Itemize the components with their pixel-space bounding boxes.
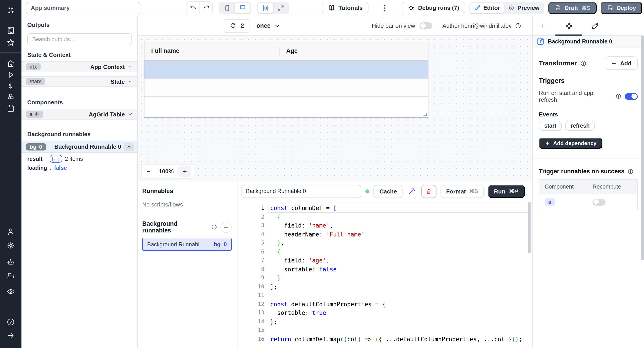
collapse-bg0-button[interactable] — [124, 143, 134, 151]
info-icon[interactable] — [515, 22, 522, 29]
settings-gear-icon[interactable] — [6, 241, 16, 250]
windmill-logo-icon[interactable] — [6, 5, 16, 15]
output-row-bg0[interactable]: bg_0 Background Runnable 0 — [22, 141, 137, 153]
component-a-chip[interactable]: a — [545, 198, 555, 206]
aggrid-header-row: Full name Age — [144, 41, 428, 61]
aggrid-row[interactable] — [144, 79, 428, 97]
home-icon[interactable] — [6, 59, 16, 69]
aggrid-column-header-age[interactable]: Age — [280, 48, 427, 54]
code-line[interactable]: 1const columnDef = [ — [238, 204, 532, 213]
code-line[interactable]: 9 } — [238, 274, 532, 282]
search-outputs-input[interactable] — [27, 33, 132, 45]
help-icon[interactable]: ? — [6, 317, 16, 327]
code-line[interactable]: 13 sortable: true — [238, 309, 532, 317]
preview-tab[interactable]: Preview — [504, 3, 544, 13]
refresh-count-button[interactable]: 2 — [224, 19, 250, 33]
code-line[interactable]: 5 }, — [238, 239, 532, 247]
app-canvas[interactable]: Full name Age − 100% + — [138, 36, 532, 181]
editor-scrollbar-thumb[interactable] — [528, 203, 531, 253]
output-row-ctx[interactable]: ctx App Context — [22, 61, 137, 72]
code-line[interactable]: 8 sortable: false — [238, 265, 532, 274]
ai-wand-icon[interactable] — [407, 185, 417, 198]
collapse-arrow-icon[interactable] — [6, 330, 16, 340]
center-layout-button[interactable] — [258, 3, 273, 13]
component-resize-handle[interactable] — [424, 113, 427, 116]
panel-scrollbar[interactable] — [640, 36, 644, 348]
hide-bar-toggle[interactable] — [420, 22, 432, 29]
output-row-state[interactable]: state State — [22, 76, 137, 87]
format-button[interactable]: Format ⌘S — [440, 185, 484, 198]
refresh-mode-dropdown[interactable]: once — [256, 22, 280, 29]
info-icon[interactable] — [211, 224, 217, 230]
code-editor[interactable]: 1const columnDef = [2 {3 field: 'name',4… — [238, 201, 532, 348]
runnables-editor-panel: Runnables No scripts/flows Background ru… — [138, 181, 532, 348]
chevron-down-icon[interactable] — [128, 79, 133, 84]
variables-dollar-icon[interactable]: $ — [6, 81, 16, 91]
aggrid-column-header-full-name[interactable]: Full name — [144, 48, 279, 54]
delete-runnable-button[interactable] — [421, 185, 436, 198]
runs-play-icon[interactable] — [6, 70, 16, 80]
zoom-in-button[interactable]: + — [178, 166, 192, 177]
folders-icon[interactable] — [6, 271, 16, 280]
workspace-icon[interactable] — [6, 26, 16, 35]
add-background-runnable-button[interactable] — [220, 222, 232, 233]
column-separator[interactable] — [427, 46, 427, 55]
resources-cubes-icon[interactable] — [6, 92, 16, 102]
add-dependency-button[interactable]: Add dependency — [539, 138, 602, 149]
aggrid-table-component[interactable]: Full name Age — [144, 41, 428, 118]
code-line[interactable]: 2 { — [238, 213, 532, 221]
result-array-chip[interactable]: [...] — [50, 155, 62, 162]
code-line[interactable]: 15 — [238, 326, 532, 335]
code-line[interactable]: 4 headerName: 'Full name' — [238, 230, 532, 239]
info-icon[interactable] — [616, 93, 622, 99]
workers-robot-icon[interactable] — [6, 257, 16, 267]
code-line[interactable]: 6 { — [238, 247, 532, 256]
desktop-view-button[interactable] — [235, 3, 250, 13]
component-a-type-label: AgGrid Table — [89, 111, 125, 118]
code-line[interactable]: 10]; — [238, 282, 532, 291]
chevron-down-icon[interactable] — [128, 111, 133, 117]
code-line[interactable]: 11 — [238, 291, 532, 300]
preview-target-icon — [508, 5, 515, 11]
info-icon[interactable] — [628, 168, 634, 175]
runnable-item-id: bg_0 — [214, 241, 227, 247]
user-icon[interactable] — [6, 227, 16, 237]
component-settings-tab[interactable] — [564, 21, 574, 31]
zoom-out-button[interactable]: − — [143, 166, 154, 177]
code-line[interactable]: 7 field: 'age', — [238, 256, 532, 265]
more-menu-kebab-icon[interactable] — [380, 4, 390, 12]
styling-brush-tab[interactable] — [590, 21, 600, 31]
chevron-down-icon[interactable] — [128, 64, 133, 69]
run-button[interactable]: Run ⌘↵ — [488, 185, 525, 198]
cache-button[interactable]: Cache — [374, 185, 403, 198]
output-row-component-a[interactable]: a AgGrid Table — [22, 109, 137, 120]
code-line[interactable]: 3 field: 'name', — [238, 221, 532, 230]
app-summary-input[interactable] — [26, 2, 140, 14]
draft-button[interactable]: Draft ⌘S — [548, 2, 596, 14]
recompute-toggle[interactable] — [592, 199, 606, 205]
code-line[interactable]: 12const defaultColumnProperties = { — [238, 300, 532, 309]
background-runnable-list-item[interactable]: Background Runnabl... bg_0 — [142, 238, 232, 251]
editor-tab[interactable]: Editor — [470, 3, 504, 13]
code-line[interactable]: 14}; — [238, 317, 532, 326]
runnable-name-input[interactable] — [241, 185, 362, 198]
schedules-calendar-icon[interactable] — [6, 103, 16, 113]
mobile-view-button[interactable] — [220, 3, 235, 13]
undo-button[interactable] — [186, 2, 200, 14]
info-icon[interactable] — [580, 60, 586, 67]
insert-component-plus-tab[interactable] — [538, 21, 548, 31]
debug-runs-button[interactable]: Debug runs (7) — [402, 2, 465, 14]
code-line[interactable]: 16return columnDef.map((col) => ({ ...de… — [238, 335, 532, 343]
tutorials-button[interactable]: Tutorials — [322, 2, 368, 14]
run-on-start-toggle[interactable] — [625, 93, 638, 100]
fullwidth-layout-button[interactable] — [273, 3, 288, 13]
aggrid-selected-row[interactable] — [144, 61, 428, 79]
panel-scrollbar-thumb[interactable] — [641, 36, 644, 260]
audit-eye-icon[interactable] — [6, 287, 16, 296]
redo-button[interactable] — [200, 2, 212, 14]
deploy-button[interactable]: Deploy — [600, 2, 642, 14]
preview-tab-label: Preview — [518, 5, 539, 11]
add-transformer-button[interactable]: Add — [604, 56, 638, 70]
favorites-star-icon[interactable] — [6, 38, 16, 48]
bug-icon — [408, 4, 415, 12]
